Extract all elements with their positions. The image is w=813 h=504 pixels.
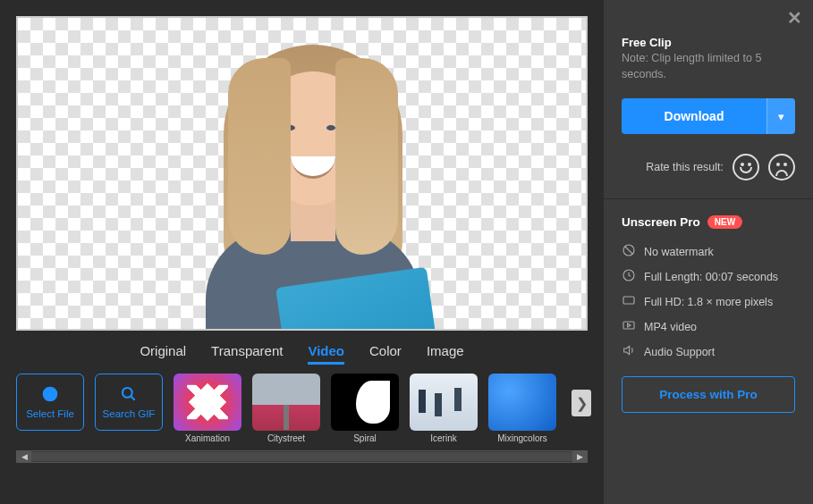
play-icon (622, 318, 636, 335)
select-file-label: Select File (26, 408, 74, 419)
download-button[interactable]: Download (622, 98, 766, 134)
feature-full-length: Full Length: 00:07 seconds (622, 268, 795, 285)
thumbnail-row: Select File Search GIF Xanimation Cityst… (16, 374, 588, 443)
chevron-down-icon: ▾ (778, 110, 784, 123)
free-clip-note: Note: Clip length limited to 5 seconds. (622, 51, 795, 82)
search-gif-button[interactable]: Search GIF (95, 374, 163, 431)
search-gif-label: Search GIF (103, 408, 156, 419)
thumbnail-citystreet[interactable] (252, 374, 320, 431)
rate-label: Rate this result: (646, 161, 724, 173)
clock-icon (622, 268, 636, 285)
plus-circle-icon (41, 385, 59, 405)
feature-mp4: MP4 video (622, 318, 795, 335)
video-preview (16, 16, 588, 331)
side-panel: ✕ Free Clip Note: Clip length limited to… (604, 0, 813, 504)
no-watermark-icon (622, 243, 636, 260)
svg-rect-4 (623, 297, 634, 304)
scroll-left-arrow[interactable]: ◀ (17, 451, 31, 462)
feature-full-hd: Full HD: 1.8 × more pixels (622, 293, 795, 310)
background-tabs: Original Transparent Video Color Image (16, 331, 588, 374)
tab-color[interactable]: Color (369, 343, 402, 365)
thumbnail-label: Xanimation (185, 433, 230, 443)
main-panel: Original Transparent Video Color Image S… (0, 0, 604, 504)
feature-label: No watermark (644, 246, 714, 258)
tab-image[interactable]: Image (427, 343, 464, 365)
svg-rect-5 (623, 322, 634, 329)
feature-label: Full Length: 00:07 seconds (644, 271, 778, 283)
horizontal-scrollbar[interactable]: ◀ ▶ (16, 450, 588, 463)
free-clip-title: Free Clip (622, 36, 795, 49)
download-dropdown-button[interactable]: ▾ (766, 98, 795, 134)
tab-video[interactable]: Video (308, 343, 344, 365)
thumbnail-spiral[interactable] (331, 374, 399, 431)
thumbnail-label: Mixingcolors (497, 433, 547, 443)
thumbnail-label: Spiral (353, 433, 377, 443)
new-badge: NEW (707, 215, 742, 229)
thumbnail-icerink[interactable] (410, 374, 478, 431)
feature-no-watermark: No watermark (622, 243, 795, 260)
tab-transparent[interactable]: Transparent (211, 343, 283, 365)
rate-sad-button[interactable] (768, 154, 795, 181)
svg-point-1 (123, 388, 132, 398)
audio-icon (622, 343, 636, 360)
tab-original[interactable]: Original (140, 343, 186, 365)
thumbnail-mixingcolors[interactable] (488, 374, 556, 431)
feature-audio: Audio Support (622, 343, 795, 360)
process-with-pro-button[interactable]: Process with Pro (622, 376, 795, 413)
rate-happy-button[interactable] (733, 154, 759, 181)
hd-icon (622, 293, 636, 310)
feature-label: Full HD: 1.8 × more pixels (644, 296, 773, 308)
scroll-right-arrow[interactable]: ▶ (572, 451, 587, 462)
thumbnail-label: Icerink (430, 433, 456, 443)
feature-label: Audio Support (644, 346, 715, 358)
select-file-button[interactable]: Select File (16, 374, 84, 431)
close-icon: ✕ (787, 8, 802, 28)
close-button[interactable]: ✕ (776, 0, 813, 29)
chevron-right-icon: ❯ (576, 395, 588, 412)
thumbnail-xanimation[interactable] (174, 374, 241, 431)
thumbnails-next-button[interactable]: ❯ (572, 390, 591, 416)
feature-label: MP4 video (644, 321, 697, 333)
foreground-subject (179, 18, 447, 331)
thumbnail-label: Citystreet (267, 433, 305, 443)
search-icon (120, 385, 138, 405)
pro-features-list: No watermark Full Length: 00:07 seconds … (622, 243, 795, 360)
pro-title: Unscreen Pro (622, 215, 700, 229)
